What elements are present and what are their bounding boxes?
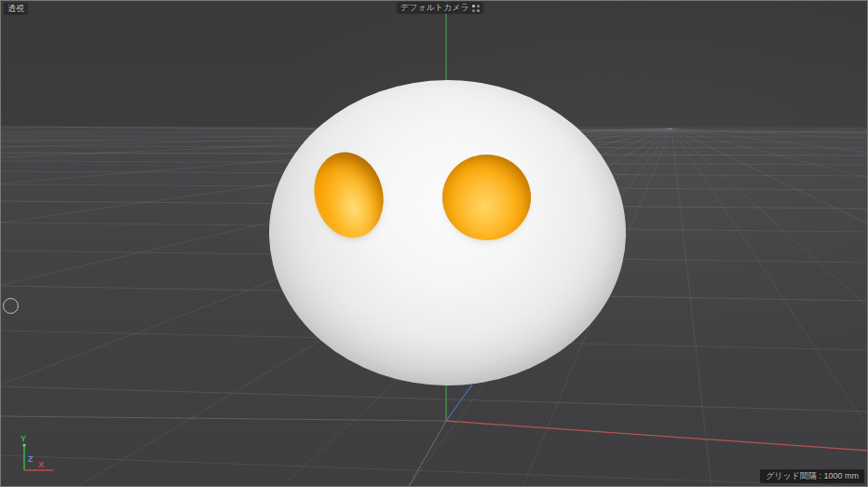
axis-orientation-gizmo: Y Z X xyxy=(1,431,75,485)
right-eye-sphere-object[interactable] xyxy=(442,155,531,240)
body-sphere-object[interactable] xyxy=(269,80,626,386)
grid-spacing-label: グリッド間隔 : 1000 mm xyxy=(760,469,864,483)
gizmo-x-label: X xyxy=(38,460,44,469)
gizmo-y-label: Y xyxy=(20,434,26,443)
left-eye-sphere-object[interactable] xyxy=(305,145,392,246)
view-mode-text: 透視 xyxy=(7,4,24,13)
gizmo-z-label: Z xyxy=(28,454,34,464)
gizmo-y-axis-tip xyxy=(22,443,25,446)
grid-spacing-text: グリッド間隔 : 1000 mm xyxy=(766,471,859,480)
circle-indicator-icon xyxy=(3,298,19,314)
camera-name-text: デフォルトカメラ xyxy=(400,3,469,13)
world-axis-z-negative-line xyxy=(408,421,446,487)
world-axis-x-negative-line xyxy=(1,416,446,421)
view-mode-label[interactable]: 透視 xyxy=(4,3,28,15)
world-axis-z-line xyxy=(446,385,472,421)
camera-label[interactable]: デフォルトカメラ xyxy=(397,2,483,14)
camera-axis-icon xyxy=(472,5,480,12)
3d-viewport[interactable]: 透視 デフォルトカメラ グリッド間隔 : 1000 mm Y Z X xyxy=(0,0,868,487)
world-axis-x-line xyxy=(446,421,868,451)
